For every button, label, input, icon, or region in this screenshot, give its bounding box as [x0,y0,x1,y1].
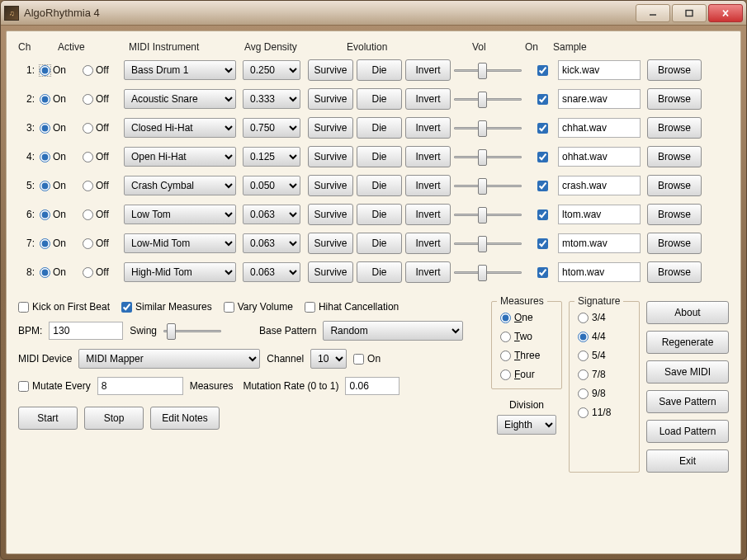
active-off-radio[interactable]: Off [83,151,121,162]
die-button[interactable]: Die [357,175,402,196]
active-on-radio[interactable]: On [40,238,79,249]
exit-button[interactable]: Exit [646,449,729,473]
die-button[interactable]: Die [357,88,402,110]
mutate-every-checkbox[interactable]: Mutate Every [18,380,91,392]
volume-slider[interactable] [454,120,522,135]
invert-button[interactable]: Invert [405,261,451,283]
channel-on-checkbox[interactable] [537,94,548,105]
volume-slider[interactable] [454,92,522,106]
density-select[interactable]: 0.250 [243,60,300,80]
die-button[interactable]: Die [357,59,402,81]
browse-button[interactable]: Browse [647,261,702,283]
volume-slider[interactable] [454,236,522,251]
density-select[interactable]: 0.063 [243,262,300,282]
bpm-input[interactable] [49,322,123,340]
midi-instrument-select[interactable]: Low Tom [124,205,236,224]
active-on-radio[interactable]: On [40,209,79,220]
about-button[interactable]: About [646,301,729,324]
survive-button[interactable]: Survive [308,117,353,139]
midi-instrument-select[interactable]: Low-Mid Tom [124,233,236,253]
die-button[interactable]: Die [357,204,402,225]
active-off-radio[interactable]: Off [83,180,121,191]
density-select[interactable]: 0.750 [243,118,300,138]
channel-on-checkbox[interactable] [537,152,548,162]
active-on-radio[interactable]: On [40,151,79,162]
density-select[interactable]: 0.063 [243,233,300,253]
survive-button[interactable]: Survive [308,59,353,81]
browse-button[interactable]: Browse [647,175,702,196]
save-pattern-button[interactable]: Save Pattern [646,390,729,413]
similar-measures-checkbox[interactable]: Similar Measures [121,301,212,313]
density-select[interactable]: 0.125 [243,147,300,167]
active-on-radio[interactable]: On [40,122,79,134]
survive-button[interactable]: Survive [308,175,353,196]
midi-device-select[interactable]: MIDI Mapper [78,349,260,369]
measures-option[interactable]: Two [500,331,553,342]
sample-input[interactable] [558,262,641,282]
survive-button[interactable]: Survive [308,261,353,283]
edit-notes-button[interactable]: Edit Notes [150,407,220,430]
sample-input[interactable] [558,89,641,109]
regenerate-button[interactable]: Regenerate [646,331,729,354]
volume-slider[interactable] [454,207,522,222]
signature-option[interactable]: 4/4 [578,331,631,342]
active-off-radio[interactable]: Off [83,122,121,134]
sample-input[interactable] [558,205,641,224]
active-off-radio[interactable]: Off [83,238,121,249]
invert-button[interactable]: Invert [405,175,451,196]
signature-option[interactable]: 5/4 [578,350,631,361]
close-button[interactable] [708,4,743,22]
channel-on-checkbox[interactable] [537,267,548,278]
invert-button[interactable]: Invert [405,88,451,110]
browse-button[interactable]: Browse [647,117,702,139]
browse-button[interactable]: Browse [647,204,702,225]
midi-instrument-select[interactable]: Acoustic Snare [124,89,236,109]
invert-button[interactable]: Invert [405,204,451,225]
active-on-radio[interactable]: On [40,93,79,105]
invert-button[interactable]: Invert [405,233,451,254]
volume-slider[interactable] [454,63,522,78]
signature-option[interactable]: 7/8 [578,369,631,380]
volume-slider[interactable] [454,265,522,280]
channel-on-checkbox[interactable] [537,238,548,249]
invert-button[interactable]: Invert [405,117,451,139]
channel-on-checkbox[interactable] [537,65,548,76]
stop-button[interactable]: Stop [84,407,144,430]
channel-select[interactable]: 10 [310,349,347,369]
swing-slider[interactable] [163,323,221,338]
kick-first-checkbox[interactable]: Kick on First Beat [18,301,110,313]
base-pattern-select[interactable]: Random [323,321,463,341]
sample-input[interactable] [558,176,641,195]
channel-on-checkbox[interactable] [537,123,548,134]
midi-instrument-select[interactable]: Bass Drum 1 [124,60,236,80]
die-button[interactable]: Die [357,146,402,167]
browse-button[interactable]: Browse [647,88,702,110]
active-off-radio[interactable]: Off [83,266,121,278]
mutation-rate-input[interactable] [345,377,400,395]
die-button[interactable]: Die [357,117,402,139]
division-select[interactable]: Eighth [497,415,556,435]
invert-button[interactable]: Invert [405,59,451,81]
load-pattern-button[interactable]: Load Pattern [646,420,729,443]
active-off-radio[interactable]: Off [83,209,121,220]
channel-on-checkbox[interactable]: On [353,353,381,365]
measures-option[interactable]: One [500,312,553,323]
active-on-radio[interactable]: On [40,266,79,278]
density-select[interactable]: 0.333 [243,89,300,109]
active-off-radio[interactable]: Off [83,64,121,76]
die-button[interactable]: Die [357,233,402,254]
titlebar[interactable]: ♫ AlgoRhythmia 4 [1,1,746,26]
die-button[interactable]: Die [357,261,402,283]
mutate-every-input[interactable] [97,377,183,395]
survive-button[interactable]: Survive [308,233,353,254]
signature-option[interactable]: 11/8 [578,407,631,418]
density-select[interactable]: 0.063 [243,205,300,224]
invert-button[interactable]: Invert [405,146,451,167]
channel-on-checkbox[interactable] [537,209,548,220]
sample-input[interactable] [558,233,641,253]
hihat-cancel-checkbox[interactable]: Hihat Cancellation [305,301,399,313]
measures-option[interactable]: Three [500,350,553,361]
browse-button[interactable]: Browse [647,146,702,167]
measures-option[interactable]: Four [500,369,553,380]
sample-input[interactable] [558,147,641,167]
